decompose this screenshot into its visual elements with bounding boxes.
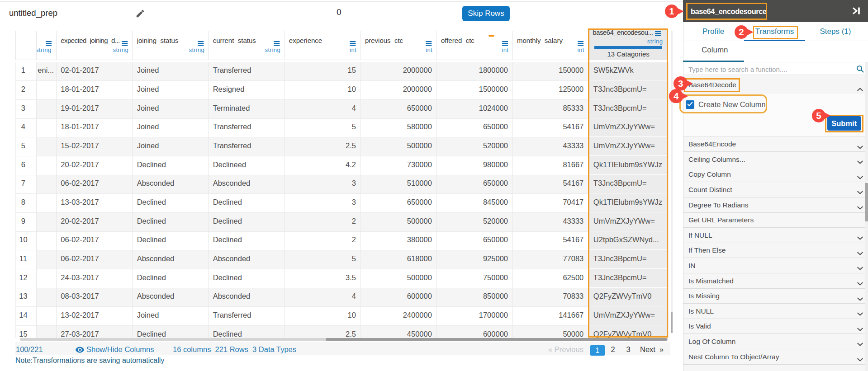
svg-text:1: 1 [669,6,674,16]
svg-text:5: 5 [816,110,821,121]
svg-text:3: 3 [678,78,683,89]
svg-text:2: 2 [739,27,744,37]
svg-text:4: 4 [674,91,679,101]
